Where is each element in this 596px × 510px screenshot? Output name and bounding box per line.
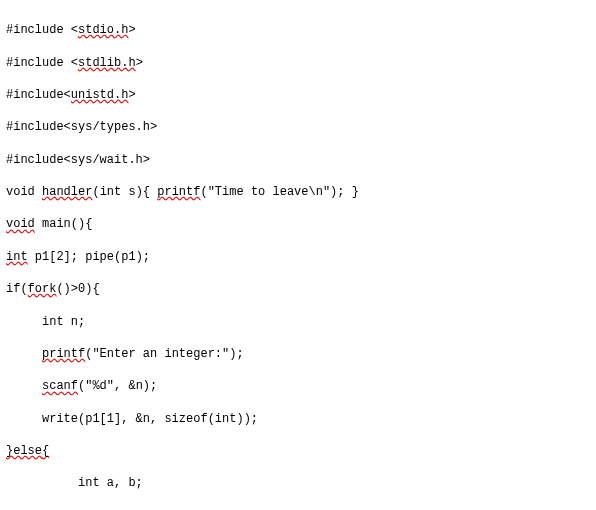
- tok: >: [128, 88, 135, 102]
- code-line: #include<unistd.h>: [6, 87, 590, 103]
- tok: handler: [42, 185, 92, 199]
- code-line: #include<sys/types.h>: [6, 119, 590, 135]
- tok: p1[2]; pipe(p1);: [28, 250, 150, 264]
- tok: (int s){: [92, 185, 157, 199]
- tok: {: [42, 444, 49, 458]
- tok: main(){: [35, 217, 93, 231]
- tok: ()>0){: [56, 282, 99, 296]
- code-line: void main(){: [6, 216, 590, 232]
- code-line: scanf("%d", &n);: [6, 378, 590, 394]
- tok: printf: [157, 185, 200, 199]
- tok: >: [136, 56, 143, 70]
- tok: void: [6, 185, 42, 199]
- code-line: #include <stdio.h>: [6, 22, 590, 38]
- tok: stdlib.h: [78, 56, 136, 70]
- tok: ("Time to leave\n"); }: [200, 185, 358, 199]
- tok: int a, b;: [6, 475, 143, 491]
- code-line: int p1[2]; pipe(p1);: [6, 249, 590, 265]
- code-line: if(fork()>0){: [6, 281, 590, 297]
- tok: printf: [42, 347, 85, 361]
- tok: if(: [6, 282, 28, 296]
- code-line: printf("Enter an integer:");: [6, 346, 590, 362]
- code-block: #include <stdio.h> #include <stdlib.h> #…: [6, 6, 590, 510]
- tok: fork: [28, 282, 57, 296]
- tok: #include <: [6, 23, 78, 37]
- tok: ("%d", &n);: [78, 379, 157, 393]
- tok: >: [128, 23, 135, 37]
- tok: #include<: [6, 88, 71, 102]
- code-line: #include <stdlib.h>: [6, 55, 590, 71]
- code-line: #include<sys/wait.h>: [6, 152, 590, 168]
- code-line: write(p1[1], &n, sizeof(int));: [6, 411, 590, 427]
- tok: unistd.h: [71, 88, 129, 102]
- tok: #include<sys/types.h>: [6, 120, 157, 134]
- code-line: void handler(int s){ printf("Time to lea…: [6, 184, 590, 200]
- tok: scanf: [42, 379, 78, 393]
- tok: int: [6, 250, 28, 264]
- tok: #include <: [6, 56, 78, 70]
- tok: int n;: [6, 314, 85, 330]
- tok: else: [13, 444, 42, 458]
- code-line: int a, b;: [6, 475, 590, 491]
- code-line: }else{: [6, 443, 590, 459]
- tok: #include<sys/wait.h>: [6, 153, 150, 167]
- tok: void: [6, 217, 35, 231]
- tok: stdio.h: [78, 23, 128, 37]
- tok: write(p1[1], &n, sizeof(int));: [6, 411, 258, 427]
- tok: ("Enter an integer:");: [85, 347, 243, 361]
- code-line: int n;: [6, 314, 590, 330]
